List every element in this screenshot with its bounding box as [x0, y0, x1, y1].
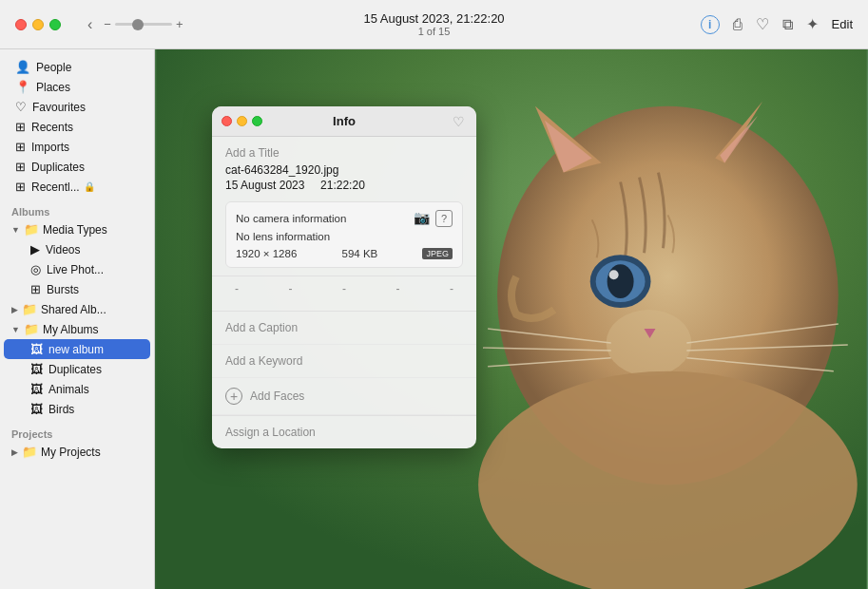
sidebar-label-media-types: Media Types — [43, 223, 107, 237]
sidebar-group-media-types[interactable]: ▼ 📁 Media Types — [4, 219, 150, 239]
info-button[interactable]: i — [701, 15, 720, 34]
dash-5: - — [450, 282, 453, 295]
info-close-button[interactable] — [222, 116, 232, 126]
sidebar-label-my-albums: My Albums — [43, 323, 99, 336]
sidebar-label-live-photos: Live Phot... — [47, 263, 104, 276]
sidebar-group-my-albums[interactable]: ▼ 📁 My Albums — [4, 319, 150, 339]
info-traffic-lights — [222, 116, 262, 126]
no-camera-text: No camera information — [236, 213, 346, 224]
shared-albums-arrow-icon: ▶ — [11, 305, 18, 314]
sidebar-item-places[interactable]: 📍 Places — [4, 77, 150, 97]
sidebar-label-people: People — [36, 61, 71, 74]
my-projects-arrow-icon: ▶ — [11, 447, 18, 457]
zoom-track[interactable] — [115, 23, 172, 26]
sidebar: 👤 People 📍 Places ♡ Favourites ⊞ Recents… — [0, 49, 155, 589]
lock-icon: 🔒 — [84, 181, 95, 192]
faces-plus-icon: + — [225, 388, 242, 405]
sidebar-group-shared-albums[interactable]: ▶ 📁 Shared Alb... — [4, 299, 150, 319]
info-body: Add a Title cat-6463284_1920.jpg 15 Augu… — [212, 137, 476, 311]
sidebar-label-new-album: new album — [48, 343, 104, 356]
back-button[interactable]: ‹ — [84, 14, 96, 35]
zoom-thumb[interactable] — [132, 19, 144, 30]
bursts-icon: ⊞ — [30, 282, 41, 296]
info-minimize-button[interactable] — [237, 116, 247, 126]
live-photos-icon: ◎ — [30, 262, 41, 276]
svg-point-9 — [609, 270, 619, 279]
recents-icon: ⊞ — [15, 120, 26, 134]
my-albums-arrow-icon: ▼ — [11, 325, 20, 334]
sidebar-item-people[interactable]: 👤 People — [4, 57, 150, 77]
minimize-button[interactable] — [32, 19, 44, 30]
new-album-thumb-icon: 🖼 — [30, 342, 43, 356]
duplicates-album-thumb-icon: 🖼 — [30, 362, 43, 376]
info-lens-line: No lens information — [236, 231, 453, 242]
sidebar-group-my-projects[interactable]: ▶ 📁 My Projects — [4, 442, 150, 462]
sidebar-item-imports[interactable]: ⊞ Imports — [4, 137, 150, 157]
photo-area: Info ♡ Add a Title cat-6463284_1920.jpg … — [155, 49, 868, 589]
imports-icon: ⊞ — [15, 140, 26, 154]
dash-1: - — [235, 282, 239, 295]
photo-date: 15 August 2023, 21:22:20 — [363, 11, 504, 26]
camera-icons: 📷 ? — [414, 210, 453, 227]
add-faces-button[interactable]: + Add Faces — [212, 378, 476, 415]
jpeg-badge: JPEG — [422, 248, 453, 259]
sidebar-item-new-album[interactable]: 🖼 new album — [4, 339, 150, 359]
magic-icon[interactable]: ✦ — [806, 15, 819, 33]
nav-left: ‹ − + — [84, 14, 183, 35]
add-caption-button[interactable]: Add a Caption — [212, 312, 476, 345]
add-faces-text: Add Faces — [250, 390, 304, 403]
fullscreen-button[interactable] — [49, 19, 61, 30]
sidebar-item-recents[interactable]: ⊞ Recents — [4, 117, 150, 137]
duplicates-nav-icon: ⊞ — [15, 160, 26, 174]
info-dimensions: 1920 × 1286 — [236, 248, 297, 259]
info-fullscreen-button[interactable] — [252, 116, 262, 126]
add-keyword-text: Add a Keyword — [225, 354, 302, 368]
dash-4: - — [396, 282, 400, 295]
title-actions: i ⎙ ♡ ⧉ ✦ Edit — [701, 15, 853, 34]
sidebar-label-birds: Birds — [48, 403, 74, 416]
traffic-lights — [15, 19, 61, 30]
sidebar-label-shared-albums: Shared Alb... — [41, 303, 106, 316]
info-filename: cat-6463284_1920.jpg — [225, 163, 463, 177]
sidebar-label-imports: Imports — [31, 141, 69, 154]
svg-point-8 — [608, 264, 634, 298]
sidebar-label-my-projects: My Projects — [41, 446, 101, 459]
assign-location-text: Assign a Location — [225, 426, 316, 439]
sidebar-item-birds[interactable]: 🖼 Birds — [4, 399, 150, 419]
favourites-icon: ♡ — [15, 100, 27, 114]
info-camera-row: No camera information 📷 ? No lens inform… — [225, 201, 463, 268]
share-icon[interactable]: ⎙ — [733, 16, 743, 33]
sidebar-item-recently[interactable]: ⊞ Recentl... 🔒 — [4, 177, 150, 197]
info-dashes-row: - - - - - — [212, 276, 476, 301]
my-albums-folder-icon: 📁 — [24, 322, 39, 336]
sidebar-item-videos[interactable]: ▶ Videos — [4, 239, 150, 259]
zoom-plus-icon: + — [176, 17, 183, 31]
sidebar-label-duplicates: Duplicates — [31, 161, 85, 174]
info-panel-title: Info — [333, 114, 356, 128]
albums-section-label: Albums — [0, 197, 154, 219]
sidebar-item-bursts[interactable]: ⊞ Bursts — [4, 279, 150, 299]
sidebar-label-favourites: Favourites — [32, 101, 86, 114]
sidebar-item-favourites[interactable]: ♡ Favourites — [4, 97, 150, 117]
sidebar-item-duplicates-album[interactable]: 🖼 Duplicates — [4, 359, 150, 379]
sidebar-item-live-photos[interactable]: ◎ Live Phot... — [4, 259, 150, 279]
close-button[interactable] — [15, 19, 27, 30]
add-keyword-button[interactable]: Add a Keyword — [212, 345, 476, 378]
edit-button[interactable]: Edit — [832, 17, 853, 31]
add-title-placeholder[interactable]: Add a Title — [225, 146, 463, 160]
info-datetime: 15 August 2023 21:22:20 — [225, 179, 463, 192]
sidebar-item-duplicates[interactable]: ⊞ Duplicates — [4, 157, 150, 177]
info-date: 15 August 2023 — [225, 179, 304, 192]
sidebar-item-animals[interactable]: 🖼 Animals — [4, 379, 150, 399]
recently-icon: ⊞ — [15, 180, 26, 194]
title-bar: ‹ − + 15 August 2023, 21:22:20 1 of 15 i… — [0, 0, 868, 49]
heart-icon[interactable]: ♡ — [756, 15, 769, 33]
shared-albums-folder-icon: 📁 — [22, 302, 37, 316]
info-specs-line: 1920 × 1286 594 KB JPEG — [236, 248, 453, 259]
sidebar-label-duplicates-album: Duplicates — [48, 363, 102, 376]
crop-icon[interactable]: ⧉ — [782, 16, 793, 33]
info-heart-icon[interactable]: ♡ — [453, 114, 465, 129]
assign-location-button[interactable]: Assign a Location — [212, 416, 476, 448]
places-icon: 📍 — [15, 80, 30, 94]
svg-point-18 — [478, 371, 858, 589]
